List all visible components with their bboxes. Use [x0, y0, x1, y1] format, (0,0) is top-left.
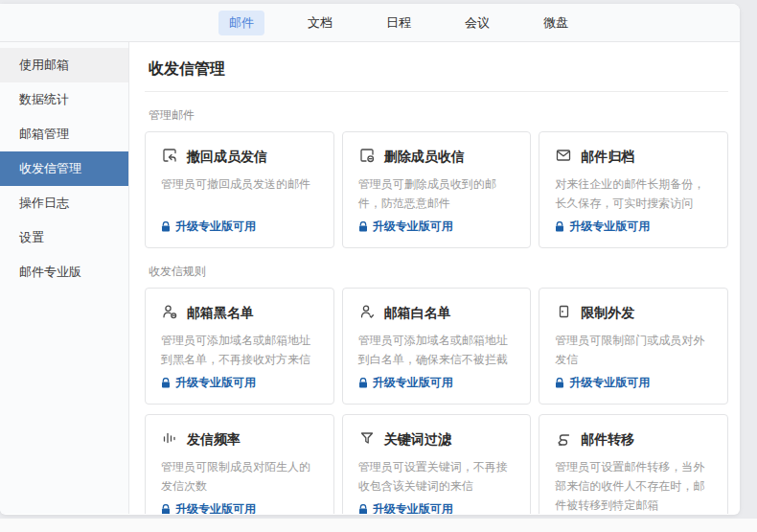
rules-card-grid: 邮箱黑名单 管理员可添加域名或邮箱地址到黑名单，不再接收对方来信 升级专业版可用… [145, 288, 728, 514]
upgrade-pro-link[interactable]: 升级专业版可用 [555, 375, 712, 391]
filter-icon [358, 429, 376, 451]
upgrade-pro-link[interactable]: 升级专业版可用 [161, 219, 318, 235]
upgrade-pro-link[interactable]: 升级专业版可用 [161, 501, 318, 514]
card-title: 邮箱白名单 [384, 305, 451, 322]
card-description: 管理员可删除成员收到的邮件，防范恶意邮件 [358, 175, 516, 214]
card-mail-transfer[interactable]: 邮件转移 管理员可设置邮件转移，当外部来信的收件人不存在时，邮件被转移到特定邮箱… [539, 414, 728, 514]
tab-drive[interactable]: 微盘 [533, 11, 579, 35]
lock-icon [161, 378, 171, 388]
sidebar-item-mailbox-mgmt[interactable]: 邮箱管理 [0, 117, 128, 151]
page-title: 收发信管理 [145, 56, 728, 92]
card-description: 管理员可设置关键词，不再接收包含该关键词的来信 [358, 458, 516, 497]
card-restrict-outbound[interactable]: 限制外发 管理员可限制部门或成员对外发信 升级专业版可用 [539, 288, 728, 405]
recall-mail-icon [161, 147, 178, 168]
section-label-manage-mail: 管理邮件 [149, 107, 728, 124]
sidebar-item-operation-log[interactable]: 操作日志 [0, 186, 128, 220]
card-title: 发信频率 [187, 431, 241, 449]
admin-window: 邮件 文档 日程 会议 微盘 使用邮箱 数据统计 邮箱管理 收发信管理 操作日志… [0, 4, 740, 515]
sidebar-item-send-receive-mgmt[interactable]: 收发信管理 [0, 151, 128, 186]
lock-icon [161, 504, 171, 514]
card-description: 管理员可设置邮件转移，当外部来信的收件人不存在时，邮件被转移到特定邮箱 [555, 458, 712, 514]
upgrade-pro-link[interactable]: 升级专业版可用 [358, 375, 516, 391]
person-blacklist-icon [161, 303, 178, 324]
lock-icon [358, 504, 368, 514]
lock-icon [555, 221, 564, 232]
card-description: 管理员可撤回成员发送的邮件 [161, 175, 318, 195]
card-delete-member-mail[interactable]: 删除成员收信 管理员可删除成员收到的邮件，防范恶意邮件 升级专业版可用 [342, 131, 532, 248]
card-blacklist[interactable]: 邮箱黑名单 管理员可添加域名或邮箱地址到黑名单，不再接收对方来信 升级专业版可用 [145, 288, 334, 405]
sidebar-item-mail-pro[interactable]: 邮件专业版 [0, 255, 128, 289]
upgrade-pro-link[interactable]: 升级专业版可用 [358, 501, 516, 514]
upgrade-pro-link[interactable]: 升级专业版可用 [161, 375, 318, 391]
transfer-icon [555, 429, 572, 451]
lock-icon [555, 378, 564, 388]
main-content: 收发信管理 管理邮件 撤回成员发信 管理员可撤回成员发送的邮件 升级专业版可用 [129, 42, 740, 514]
card-title: 删除成员收信 [384, 149, 465, 166]
card-title: 撤回成员发信 [187, 149, 267, 166]
card-mail-archive[interactable]: 邮件归档 对来往企业的邮件长期备份，长久保存，可实时搜索访问 升级专业版可用 [539, 131, 728, 248]
top-navigation: 邮件 文档 日程 会议 微盘 [0, 4, 740, 42]
lock-icon [358, 378, 368, 388]
card-title: 关键词过滤 [384, 431, 451, 449]
card-title: 邮箱黑名单 [187, 305, 254, 322]
sidebar-item-use-mailbox[interactable]: 使用邮箱 [0, 48, 128, 82]
card-description: 管理员可限制部门或成员对外发信 [555, 332, 712, 370]
tab-meeting[interactable]: 会议 [454, 11, 500, 35]
card-title: 邮件归档 [581, 149, 634, 166]
bar-chart-icon [161, 429, 178, 451]
person-whitelist-icon [358, 303, 376, 324]
card-description: 对来往企业的邮件长期备份，长久保存，可实时搜索访问 [555, 175, 712, 214]
card-description: 管理员可限制成员对陌生人的发信次数 [161, 458, 318, 497]
tab-mail[interactable]: 邮件 [218, 11, 264, 35]
delete-mail-icon [358, 147, 376, 168]
envelope-icon [555, 147, 572, 168]
sidebar-item-statistics[interactable]: 数据统计 [0, 82, 128, 117]
card-whitelist[interactable]: 邮箱白名单 管理员可添加域名或邮箱地址到白名单，确保来信不被拦截 升级专业版可用 [342, 288, 532, 405]
lock-icon [358, 221, 368, 232]
tab-docs[interactable]: 文档 [297, 11, 343, 35]
tab-calendar[interactable]: 日程 [376, 11, 422, 35]
upgrade-pro-link[interactable]: 升级专业版可用 [358, 219, 516, 235]
sidebar-item-settings[interactable]: 设置 [0, 220, 128, 255]
card-description: 管理员可添加域名或邮箱地址到黑名单，不再接收对方来信 [161, 332, 318, 370]
lock-icon [161, 221, 171, 232]
card-title: 限制外发 [581, 305, 634, 322]
card-title: 邮件转移 [581, 431, 634, 449]
card-description: 管理员可添加域名或邮箱地址到白名单，确保来信不被拦截 [358, 332, 516, 370]
sidebar: 使用邮箱 数据统计 邮箱管理 收发信管理 操作日志 设置 邮件专业版 [0, 42, 129, 514]
upgrade-pro-link[interactable]: 升级专业版可用 [555, 219, 712, 235]
card-keyword-filter[interactable]: 关键词过滤 管理员可设置关键词，不再接收包含该关键词的来信 升级专业版可用 [342, 414, 532, 514]
card-recall-member-mail[interactable]: 撤回成员发信 管理员可撤回成员发送的邮件 升级专业版可用 [145, 131, 334, 248]
manage-mail-card-grid: 撤回成员发信 管理员可撤回成员发送的邮件 升级专业版可用 删除成员收信 [145, 131, 728, 248]
card-send-frequency[interactable]: 发信频率 管理员可限制成员对陌生人的发信次数 升级专业版可用 [145, 414, 334, 514]
section-label-send-receive-rules: 收发信规则 [149, 264, 728, 280]
door-icon [555, 303, 572, 324]
